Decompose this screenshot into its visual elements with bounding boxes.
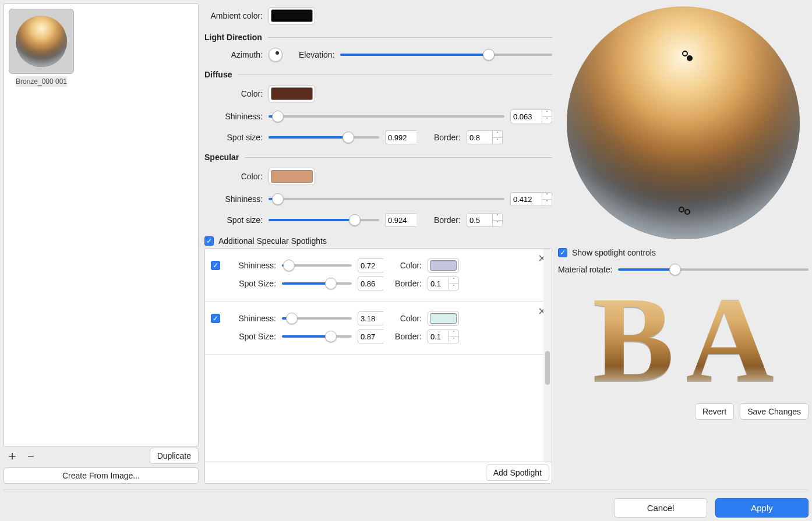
chevron-down-icon[interactable]: ˅	[449, 283, 458, 290]
plus-icon: ＋	[6, 449, 19, 462]
create-from-image-button[interactable]: Create From Image...	[3, 467, 199, 484]
chevron-down-icon[interactable]: ˅	[542, 116, 552, 123]
spot-color-swatch[interactable]	[428, 311, 459, 326]
material-preview[interactable]	[558, 3, 809, 242]
specular-spot-slider[interactable]	[269, 214, 379, 226]
material-thumbnail[interactable]: Bronze_000 001	[9, 9, 74, 87]
specular-shininess-label: Shininess:	[204, 194, 263, 204]
preview-glyph-b: B	[592, 278, 674, 401]
spot-shininess-slider[interactable]	[282, 312, 352, 325]
spot-size-input[interactable]	[358, 329, 383, 343]
spot-border-stepper[interactable]: ˄˅	[449, 329, 459, 343]
specular-shininess-stepper[interactable]: ˄˅	[542, 192, 552, 206]
azimuth-indicator	[276, 51, 279, 55]
specular-shininess-input[interactable]: ˄˅	[510, 192, 552, 206]
chevron-up-icon[interactable]: ˄	[449, 330, 458, 336]
chevron-up-icon[interactable]: ˄	[493, 131, 502, 137]
diffuse-spot-label: Spot size:	[204, 133, 263, 142]
material-preview-tile	[9, 9, 74, 74]
spotlight-scrollbar[interactable]	[543, 249, 552, 462]
diffuse-shininess-input[interactable]: ˄˅	[510, 109, 552, 123]
spot-color-swatch[interactable]	[428, 258, 459, 273]
specular-shininess-slider[interactable]	[269, 193, 504, 205]
additional-spotlights-label: Additional Specular Spotlights	[218, 236, 327, 246]
spotlight-item: ✕ ˄ ˅ ✓ Shininess:	[205, 302, 552, 355]
spot-size-label: Spot Size:	[226, 332, 276, 341]
ambient-color-label: Ambient color:	[204, 11, 263, 20]
diffuse-border-input[interactable]: ˄˅	[467, 130, 503, 144]
specular-border-label: Border:	[434, 215, 461, 225]
specular-color-label: Color:	[204, 172, 263, 181]
spot-color-label: Color:	[389, 314, 422, 323]
spotlight-item: ✕ ˄ ˅ ✓ Shininess:	[205, 249, 552, 302]
spotlight-enable-checkbox[interactable]: ✓	[211, 314, 220, 323]
apply-button[interactable]: Apply	[715, 498, 809, 518]
diffuse-color-swatch[interactable]	[269, 85, 315, 102]
spot-shininess-slider[interactable]	[282, 259, 352, 272]
spotlight-handle[interactable]	[684, 209, 690, 215]
add-material-button[interactable]: ＋	[3, 448, 21, 464]
diffuse-spot-input[interactable]	[385, 130, 416, 144]
elevation-slider[interactable]	[340, 48, 552, 61]
material-list[interactable]: Bronze_000 001	[3, 3, 199, 446]
diffuse-border-label: Border:	[434, 133, 461, 142]
diffuse-shininess-slider[interactable]	[269, 110, 504, 123]
cancel-button[interactable]: Cancel	[614, 498, 707, 518]
diffuse-border-stepper[interactable]: ˄˅	[492, 130, 503, 144]
minus-icon: －	[24, 449, 37, 462]
preview-glyph-a: A	[686, 278, 774, 401]
azimuth-label: Azimuth:	[204, 50, 263, 59]
show-spotlight-label: Show spotlight controls	[572, 248, 656, 257]
spot-shininess-input[interactable]	[358, 311, 383, 325]
spotlight-enable-checkbox[interactable]: ✓	[211, 261, 220, 270]
spot-border-input[interactable]: ˄˅	[428, 329, 459, 343]
spot-border-input[interactable]: ˄˅	[428, 277, 459, 290]
spot-border-label: Border:	[389, 332, 422, 341]
chevron-down-icon[interactable]: ˅	[542, 199, 552, 206]
spotlight-list: ✕ ˄ ˅ ✓ Shininess:	[204, 248, 552, 484]
specular-color-swatch[interactable]	[269, 168, 315, 185]
chevron-up-icon[interactable]: ˄	[542, 193, 552, 199]
chevron-down-icon[interactable]: ˅	[449, 336, 458, 343]
diffuse-spot-slider[interactable]	[269, 131, 379, 144]
duplicate-button[interactable]: Duplicate	[150, 448, 199, 464]
spot-size-label: Spot Size:	[226, 279, 276, 288]
specular-spot-label: Spot size:	[204, 215, 263, 225]
chevron-down-icon[interactable]: ˅	[493, 220, 502, 227]
diffuse-shininess-stepper[interactable]: ˄˅	[542, 109, 552, 123]
ambient-color-value	[271, 9, 313, 22]
specular-border-input[interactable]: ˄˅	[467, 213, 503, 227]
chevron-up-icon[interactable]: ˄	[542, 110, 552, 116]
specular-heading: Specular	[204, 153, 239, 162]
diffuse-color-label: Color:	[204, 89, 263, 98]
preview-sphere[interactable]	[567, 6, 800, 239]
spotlight-handle[interactable]	[687, 55, 693, 61]
spot-size-slider[interactable]	[282, 277, 352, 290]
elevation-label: Elevation:	[299, 50, 334, 59]
spot-size-input[interactable]	[358, 277, 383, 290]
spot-size-slider[interactable]	[282, 330, 352, 343]
add-spotlight-button[interactable]: Add Spotlight	[486, 465, 549, 481]
additional-spotlights-checkbox[interactable]: ✓	[204, 236, 214, 246]
spot-shininess-label: Shininess:	[226, 314, 276, 323]
spot-shininess-label: Shininess:	[226, 261, 276, 270]
azimuth-control[interactable]	[269, 48, 283, 62]
chevron-up-icon[interactable]: ˄	[449, 277, 458, 283]
show-spotlight-checkbox[interactable]: ✓	[558, 248, 567, 257]
specular-spot-input[interactable]	[385, 213, 416, 227]
diffuse-heading: Diffuse	[204, 70, 232, 79]
spotlight-handle[interactable]	[679, 207, 684, 212]
text-preview: B A	[558, 279, 809, 399]
chevron-up-icon[interactable]: ˄	[493, 214, 502, 220]
spot-border-stepper[interactable]: ˄˅	[449, 277, 459, 290]
ambient-color-swatch[interactable]	[269, 7, 315, 24]
spot-border-label: Border:	[389, 279, 422, 288]
light-direction-heading: Light Direction	[204, 33, 262, 42]
diffuse-shininess-label: Shininess:	[204, 112, 263, 121]
material-sphere-icon	[16, 16, 67, 67]
chevron-down-icon[interactable]: ˅	[493, 137, 502, 144]
material-label[interactable]: Bronze_000 001	[16, 76, 67, 87]
specular-border-stepper[interactable]: ˄˅	[492, 213, 503, 227]
remove-material-button[interactable]: －	[22, 448, 40, 464]
spot-shininess-input[interactable]	[358, 258, 383, 272]
